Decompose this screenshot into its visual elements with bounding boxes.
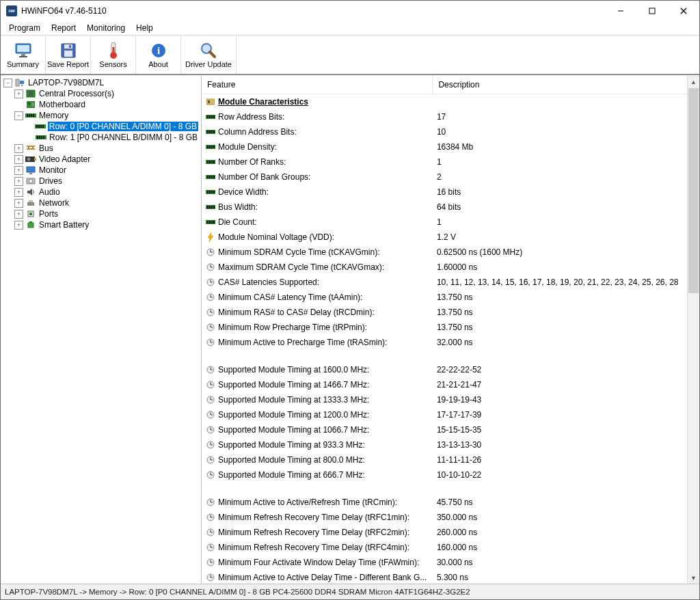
tree-item[interactable]: +Bus xyxy=(12,143,201,154)
svg-rect-90 xyxy=(207,191,208,193)
scroll-down-icon[interactable]: ▼ xyxy=(688,572,699,584)
svg-rect-41 xyxy=(43,136,44,139)
toolbar-sensors-label: Sensors xyxy=(99,60,126,68)
tree-item[interactable]: +Ports xyxy=(12,208,201,219)
close-button[interactable] xyxy=(668,1,699,21)
detail-row[interactable]: Bus Width:64 bits xyxy=(202,200,687,215)
feature-value: 30.000 ns xyxy=(433,555,687,570)
detail-row[interactable]: Supported Module Timing at 933.3 MHz:13-… xyxy=(202,437,687,452)
menu-monitoring[interactable]: Monitoring xyxy=(81,22,131,34)
scroll-thumb[interactable] xyxy=(688,88,699,293)
toolbar-summary-button[interactable]: Summary xyxy=(1,36,46,74)
expand-icon[interactable]: + xyxy=(14,166,23,175)
detail-row[interactable] xyxy=(202,482,687,495)
feature-value: 45.750 ns xyxy=(433,495,687,510)
detail-row[interactable]: Minimum SDRAM Cycle Time (tCKAVGmin):0.6… xyxy=(202,245,687,260)
column-feature[interactable]: Feature xyxy=(202,76,433,94)
tree-root-node[interactable]: −LAPTOP-7V98DM7L xyxy=(1,77,201,88)
detail-row[interactable]: Minimum Four Activate Window Delay Time … xyxy=(202,555,687,570)
expand-icon[interactable]: + xyxy=(14,155,23,164)
detail-row[interactable]: Minimum RAS# to CAS# Delay (tRCDmin):13.… xyxy=(202,305,687,320)
section-title: Module Characteristics xyxy=(218,96,308,108)
menu-program[interactable]: Program xyxy=(3,22,46,34)
detail-row[interactable]: Row Address Bits:17 xyxy=(202,109,687,124)
detail-row[interactable]: Module Density:16384 Mb xyxy=(202,139,687,154)
detail-row[interactable]: Minimum Refresh Recovery Time Delay (tRF… xyxy=(202,540,687,555)
detail-row[interactable]: Die Count:1 xyxy=(202,215,687,230)
detail-row[interactable]: Number Of Ranks:1 xyxy=(202,154,687,169)
svg-rect-102 xyxy=(211,221,213,223)
expand-icon[interactable]: + xyxy=(14,221,23,230)
toolbar-sensors-button[interactable]: Sensors xyxy=(91,36,136,74)
detail-row[interactable]: Minimum Active to Active Delay Time - Di… xyxy=(202,570,687,584)
detail-row[interactable]: Minimum Row Precharge Time (tRPmin):13.7… xyxy=(202,320,687,335)
svg-rect-55 xyxy=(29,200,33,202)
detail-row[interactable]: Supported Module Timing at 1200.0 MHz:17… xyxy=(202,407,687,422)
detail-row[interactable]: Supported Module Timing at 1066.7 MHz:15… xyxy=(202,422,687,437)
window-title: HWiNFO64 v7.46-5110 xyxy=(21,6,107,16)
svg-rect-14 xyxy=(112,47,114,55)
detail-row[interactable]: Module Nominal Voltage (VDD):1.2 V xyxy=(202,230,687,245)
svg-point-56 xyxy=(29,204,30,205)
detail-row[interactable]: Supported Module Timing at 800.0 MHz:11-… xyxy=(202,452,687,467)
expand-icon[interactable]: + xyxy=(14,90,23,98)
collapse-icon[interactable]: − xyxy=(3,79,12,87)
tree-item[interactable]: +Audio xyxy=(12,187,201,197)
detail-row[interactable]: Supported Module Timing at 1600.0 MHz:22… xyxy=(202,362,687,377)
tree-item[interactable]: Row: 1 [P0 CHANNEL B/DIMM 0] - 8 GB xyxy=(23,132,201,143)
tree-item[interactable]: +Drives xyxy=(12,176,201,187)
toolbar-about-button[interactable]: i About xyxy=(136,36,181,74)
detail-row[interactable]: Minimum Refresh Recovery Time Delay (tRF… xyxy=(202,510,687,525)
expand-icon[interactable]: + xyxy=(14,144,23,153)
toolbar-save-button[interactable]: Save Report xyxy=(46,36,91,74)
expand-icon[interactable]: + xyxy=(14,199,23,208)
detail-row[interactable]: Minimum Active to Precharge Time (tRASmi… xyxy=(202,335,687,350)
tree-item[interactable]: +Monitor xyxy=(12,165,201,176)
toolbar-driver-button[interactable]: Driver Update xyxy=(181,36,237,74)
detail-row[interactable]: Column Address Bits:10 xyxy=(202,124,687,139)
tree-item[interactable]: +Central Processor(s) xyxy=(12,88,201,99)
vertical-scrollbar[interactable]: ▲ ▼ xyxy=(687,76,699,584)
expand-icon[interactable]: + xyxy=(14,210,23,219)
menu-help[interactable]: Help xyxy=(131,22,159,34)
detail-row[interactable]: Supported Module Timing at 666.7 MHz:10-… xyxy=(202,467,687,482)
minimize-button[interactable] xyxy=(605,1,636,21)
svg-rect-100 xyxy=(207,221,208,223)
clock-icon xyxy=(206,558,215,567)
tree-item[interactable]: −Memory xyxy=(12,110,201,121)
tree-item[interactable]: Motherboard xyxy=(12,99,201,110)
detail-row[interactable]: Supported Module Timing at 1333.3 MHz:19… xyxy=(202,392,687,407)
detail-row[interactable]: Maximum SDRAM Cycle Time (tCKAVGmax):1.6… xyxy=(202,260,687,275)
svg-rect-11 xyxy=(69,45,71,48)
detail-row[interactable]: Supported Module Timing at 1466.7 MHz:21… xyxy=(202,377,687,392)
expand-icon[interactable]: + xyxy=(14,188,23,197)
tree-item-label: Central Processor(s) xyxy=(38,89,115,98)
tree-item[interactable]: +Network xyxy=(12,197,201,208)
clock-icon xyxy=(206,528,215,537)
tree-item[interactable]: +Smart Battery xyxy=(12,219,201,230)
column-description[interactable]: Description xyxy=(433,76,687,94)
maximize-button[interactable] xyxy=(636,1,668,21)
tree-item[interactable]: Row: 0 [P0 CHANNEL A/DIMM 0] - 8 GB xyxy=(23,121,201,132)
tree-panel[interactable]: −LAPTOP-7V98DM7L+Central Processor(s)Mot… xyxy=(1,76,202,584)
detail-row[interactable]: Number Of Bank Groups:2 xyxy=(202,169,687,185)
feature-value: 10 xyxy=(433,124,687,139)
detail-row[interactable]: Minimum Active to Active/Refresh Time (t… xyxy=(202,495,687,510)
collapse-icon[interactable]: − xyxy=(14,111,23,120)
details-list[interactable]: Feature Description Module Characteristi… xyxy=(202,76,687,584)
expand-icon[interactable]: + xyxy=(14,177,23,186)
svg-rect-60 xyxy=(28,223,33,228)
detail-row[interactable] xyxy=(202,350,687,362)
detail-row[interactable]: CAS# Latencies Supported:10, 11, 12, 13,… xyxy=(202,275,687,290)
feature-label: Supported Module Timing at 800.0 MHz: xyxy=(218,454,365,466)
scroll-up-icon[interactable]: ▲ xyxy=(688,76,699,87)
feature-value xyxy=(433,482,687,495)
net-icon xyxy=(25,198,36,208)
detail-row[interactable]: Minimum CAS# Latency Time (tAAmin):13.75… xyxy=(202,290,687,305)
mem-icon xyxy=(35,122,46,131)
detail-row[interactable]: Minimum Refresh Recovery Time Delay (tRF… xyxy=(202,525,687,540)
tree-item[interactable]: +Video Adapter xyxy=(12,154,201,165)
detail-row[interactable]: Device Width:16 bits xyxy=(202,185,687,200)
feature-value: 13-13-13-30 xyxy=(433,437,687,452)
menu-report[interactable]: Report xyxy=(46,22,81,34)
